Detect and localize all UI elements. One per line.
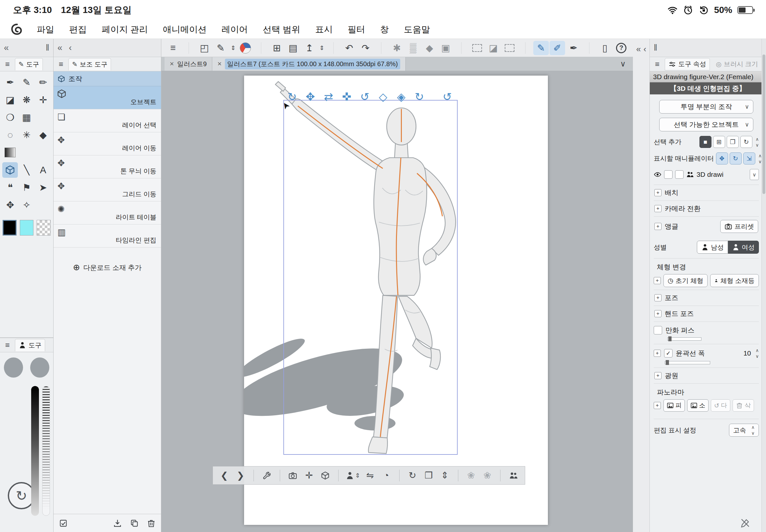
panorama-delete-button[interactable]: 삭 [733, 399, 754, 412]
plus-icon[interactable]: + [654, 372, 662, 379]
menu-item[interactable]: 파일 [29, 24, 62, 35]
gauge-icon[interactable]: ◔ [380, 470, 393, 481]
collapse-subtool-icon[interactable]: « [57, 43, 62, 53]
collapse-right-panel-icon[interactable]: « [636, 44, 641, 532]
document-tab-1[interactable]: × 일러스트9 [164, 57, 212, 71]
help-icon[interactable]: ? [614, 41, 629, 55]
model-rotate-icon[interactable]: ↻ [407, 470, 419, 481]
plus-icon[interactable]: + [654, 189, 662, 196]
select-multi-button[interactable]: ❐ [727, 136, 739, 148]
main-color-swatch[interactable] [3, 220, 17, 236]
tool-panel-tab[interactable]: ✎ 도구 [15, 58, 43, 70]
next-pose-icon[interactable]: ❯ [234, 470, 247, 481]
undo-icon[interactable]: ↶ [341, 41, 357, 55]
panel-handle-icon[interactable]: ‖ [46, 43, 49, 53]
flip-pose-icon[interactable]: ⇋ [364, 470, 376, 481]
blend-tool[interactable]: ❍ [2, 110, 18, 125]
camera-dolly-icon[interactable]: ⇄ [322, 90, 335, 103]
object-checkbox-2[interactable] [675, 170, 684, 179]
stepper-up-icon[interactable]: ∧ [751, 425, 755, 429]
auto-select-tool[interactable]: ✳ [19, 127, 34, 143]
stepper-down-icon[interactable]: ∨ [756, 354, 759, 358]
slider-handle[interactable] [668, 336, 672, 341]
body-material-button[interactable]: 체형 소재등 [710, 274, 759, 287]
menu-item[interactable]: 애니메이션 [155, 24, 214, 35]
snap-magnet-icon[interactable]: ↺ [441, 90, 454, 103]
3d-figure[interactable] [244, 76, 548, 525]
object-roll-icon[interactable]: ↻ [413, 90, 426, 103]
right-scrollbar[interactable] [761, 39, 766, 532]
select-add-stepper[interactable]: ∧ ∨ [756, 137, 759, 147]
crop-frame-icon[interactable]: ▣ [438, 41, 454, 55]
eyedropper-tool[interactable]: ✧ [19, 197, 34, 213]
plus-icon[interactable]: + [654, 223, 662, 230]
expand-camera-switch-row[interactable]: + 카메라 전환 [654, 200, 759, 216]
subtool-layer-select[interactable]: ❏레이어 선택 [54, 109, 161, 132]
duplicate-icon[interactable] [130, 519, 139, 528]
expand-light-row[interactable]: + 광원 [654, 368, 759, 383]
menu-item[interactable]: 편집 [62, 24, 94, 35]
edit-display-dropdown[interactable]: 고속 ∧ ∨ [729, 424, 759, 437]
panorama-image-button[interactable]: 피 [663, 399, 685, 412]
physics-b-icon[interactable]: ❀ [481, 470, 493, 481]
camera-pan-icon[interactable]: ✥ [304, 90, 317, 103]
expand-pose-row[interactable]: + 포즈 [654, 290, 759, 306]
cube-3d-tool[interactable] [2, 162, 18, 178]
document-tab-2-active[interactable]: × 일러스트7 (포스트 카드 100.00 x 148.00mm 350dpi… [212, 57, 406, 71]
download-icon[interactable] [113, 519, 122, 528]
select-cycle-button[interactable]: ↻ [740, 136, 752, 148]
layer-check-icon[interactable] [59, 519, 68, 528]
flag-tool[interactable]: ⚑ [19, 180, 34, 195]
object-rotate-y-icon[interactable]: ↺ [358, 90, 371, 103]
menu-item[interactable]: 레이어 [214, 24, 255, 35]
select-arrow-tool[interactable]: ➤ [35, 180, 51, 195]
subtool-object[interactable]: 오브젝트 [54, 86, 161, 109]
menu-item[interactable]: 도움말 [396, 24, 438, 35]
menu-item[interactable]: 필터 [340, 24, 372, 35]
gradient-slider-bar[interactable] [31, 386, 39, 516]
select-shrink-icon[interactable]: ◪ [486, 41, 501, 55]
snap-spray-icon[interactable]: ✱ [389, 41, 405, 55]
snap-shape-icon[interactable]: ◆ [422, 41, 437, 55]
brush-size-preview-2[interactable] [30, 357, 49, 378]
pen-tool[interactable]: ✎ [19, 75, 34, 90]
object-scale-icon[interactable]: ◈ [395, 90, 408, 103]
settings-wrench-icon[interactable] [261, 471, 273, 480]
collapse-left-icon[interactable]: « [4, 43, 9, 53]
group-tab-operation[interactable]: 조작 [54, 71, 161, 86]
subtool-layer-move[interactable]: ✥레이어 이동 [54, 132, 161, 155]
menu-item[interactable]: 창 [372, 24, 396, 35]
initial-body-button[interactable]: ◷ 초기 체형 [663, 274, 708, 287]
opacity-operation-dropdown[interactable]: 투명 부분의 조작 ∨ [659, 100, 753, 114]
deselect-icon[interactable] [502, 41, 517, 55]
brush-size-preview-1[interactable] [4, 357, 23, 378]
redo-icon[interactable]: ↷ [358, 41, 373, 55]
register-work-icon[interactable]: ✎ [213, 41, 228, 55]
slider-handle[interactable] [666, 360, 669, 365]
brush-panel-menu-icon[interactable]: ≡ [3, 341, 12, 350]
menu-item[interactable]: 페이지 관리 [94, 24, 155, 35]
export-icon[interactable]: ↥ [301, 41, 317, 55]
object-list-chevron-icon[interactable]: ∨ [750, 169, 759, 180]
companion-mode-icon[interactable]: ▯ [597, 41, 613, 55]
subtool-timeline-edit[interactable]: ▥타임라인 편집 [54, 224, 161, 248]
stepper-up-icon[interactable]: ∧ [756, 348, 759, 353]
right-panel-handle-icon[interactable]: ‖ [654, 43, 657, 53]
object-checkbox-1[interactable] [664, 170, 673, 179]
menu-item[interactable]: 선택 범위 [255, 24, 308, 35]
text-tool[interactable]: A [35, 162, 51, 178]
sub-color-swatch[interactable] [20, 220, 34, 236]
pose-paste-icon[interactable]: ❐ [423, 470, 435, 481]
outline-width-slider[interactable] [665, 361, 710, 364]
clip-studio-logo-icon[interactable] [10, 23, 23, 36]
menu-item[interactable]: 표시 [308, 24, 340, 35]
tool-panel-menu-icon[interactable]: ≡ [3, 60, 12, 69]
manip-move-button[interactable]: ✥ [716, 152, 728, 164]
manga-perspective-checkbox[interactable] [654, 326, 662, 334]
expand-hand-pose-row[interactable]: + 핸드 포즈 [654, 306, 759, 321]
scale-updown-icon[interactable]: ⇕ [439, 470, 451, 481]
subtool-grid-move[interactable]: ✥그리드 이동 [54, 178, 161, 201]
select-new-button[interactable]: ■ [699, 136, 711, 148]
subtool-panel-tab[interactable]: ✎ 보조 도구 [68, 58, 111, 70]
snap-tone-icon[interactable]: ▒ [406, 41, 421, 55]
